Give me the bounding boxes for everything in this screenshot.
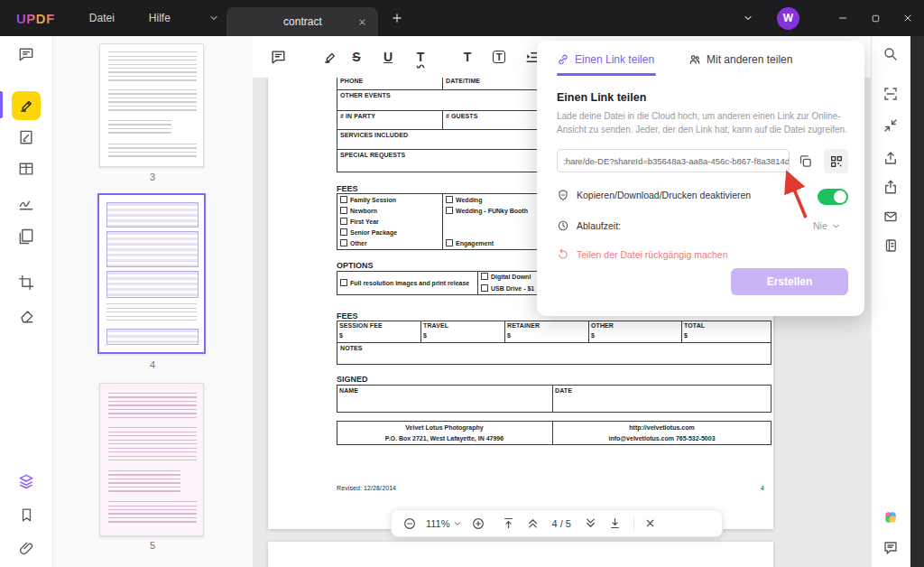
thumb-label-5: 5 (52, 540, 253, 551)
tab-share-link[interactable]: Einen Link teilen (557, 53, 654, 66)
compress-icon[interactable] (881, 116, 901, 135)
comment-tool-button[interactable] (15, 43, 37, 65)
checkbox (446, 196, 453, 203)
special-requests-label: SPECIAL REQUESTS (340, 152, 405, 158)
layers-button[interactable] (15, 470, 37, 492)
thumb-text-lines (106, 303, 197, 323)
thumbnail-page-3[interactable] (99, 43, 204, 167)
col-header: TRAVEL (423, 322, 448, 329)
fill-sign-tool-button[interactable] (15, 126, 37, 148)
popup-description: Lade deine Datei in die Cloud hoch, um a… (557, 109, 847, 136)
organize-tool-button[interactable] (15, 158, 37, 180)
eraser-tool-button[interactable] (15, 305, 37, 327)
titlebar-right-cluster: W (743, 0, 924, 36)
pages-tool-button[interactable] (15, 226, 37, 247)
thumb-label-3: 3 (52, 172, 253, 182)
revoke-share-link[interactable]: Teilen der Datei rückgängig machen (557, 248, 728, 261)
export-icon[interactable] (881, 148, 901, 168)
zoom-in-button[interactable] (471, 516, 485, 531)
share-icon[interactable] (881, 177, 901, 197)
highlighter-icon[interactable] (319, 46, 340, 68)
copy-link-button[interactable] (796, 152, 814, 170)
page-indicator[interactable]: 4 / 5 (552, 518, 571, 529)
company-block: Velvet Lotus Photography P.O. Box 2721, … (337, 423, 552, 444)
squiggly-underline-icon[interactable]: T (410, 46, 431, 68)
divider (681, 321, 682, 343)
zoom-chevron-icon[interactable] (453, 519, 462, 528)
attachment-button[interactable] (15, 537, 37, 559)
qr-code-button[interactable] (824, 149, 848, 173)
option-label: Full resolution images and print release (350, 280, 469, 286)
checkbox (446, 239, 453, 246)
revised-date: Revised: 12/28/2014 (337, 485, 396, 491)
thumb-text-lines (108, 89, 197, 113)
undo-icon (557, 248, 569, 261)
company-name: Velvet Lotus Photography (337, 423, 552, 433)
signature-tool-button[interactable] (15, 192, 37, 214)
menu-hilfe[interactable]: Hilfe (149, 12, 171, 24)
go-first-page-button[interactable] (502, 516, 515, 530)
new-tab-button[interactable] (391, 12, 403, 24)
zoom-out-button[interactable] (402, 516, 417, 531)
window-close-button[interactable] (892, 0, 924, 36)
ocr-icon[interactable] (881, 84, 901, 104)
go-last-page-button[interactable] (608, 516, 622, 530)
notes-row: NOTES (337, 342, 772, 365)
checkbox (340, 196, 347, 203)
notebook-icon[interactable] (881, 236, 901, 256)
crop-tool-button[interactable] (15, 272, 37, 293)
col-header: OTHER (591, 322, 614, 329)
thumbnail-page-5[interactable] (99, 383, 204, 536)
tab-list-chevron-icon[interactable] (208, 13, 219, 23)
checkbox (340, 207, 347, 214)
cell-value: $ (423, 332, 427, 339)
underline-icon[interactable]: U (377, 46, 399, 68)
tab-close-icon[interactable] (357, 17, 367, 27)
share-link-input[interactable]: :hare/de-DE?shareId=b35648a3-aa8a-456c-b… (557, 149, 790, 172)
titlebar: UPDF Datei Hilfe contract W (0, 0, 924, 36)
document-tab[interactable]: contract (226, 7, 378, 36)
contact-block: http://velvetlotus.com info@velvetlotus.… (552, 423, 772, 444)
divider (504, 321, 505, 343)
titlebar-chevron-icon[interactable] (743, 13, 753, 23)
text-comment-icon[interactable]: T (457, 46, 478, 68)
pdf-page-5-partial[interactable] (268, 542, 773, 567)
tab-share-link-label: Einen Link teilen (575, 53, 654, 66)
zoom-level[interactable]: 111% (426, 518, 450, 529)
active-tab-underline (557, 73, 656, 76)
expiry-select[interactable]: Nie (813, 220, 841, 231)
maximize-button[interactable] (859, 0, 892, 36)
comment-note-icon[interactable] (267, 46, 289, 68)
thumb-text-lines (108, 51, 197, 82)
text-box-icon[interactable]: T (488, 46, 510, 68)
fee-option: Engagement (456, 240, 494, 246)
menu-datei[interactable]: Datei (89, 12, 115, 24)
fee-option: First Year (350, 218, 379, 225)
close-bar-button[interactable] (644, 517, 656, 529)
create-button[interactable]: Erstellen (731, 268, 848, 295)
restrict-toggle-on[interactable] (818, 189, 848, 205)
left-tool-rail (0, 36, 53, 567)
user-avatar[interactable]: W (777, 7, 799, 30)
bookmark-button[interactable] (15, 504, 37, 525)
fees-amount-table (337, 321, 772, 343)
notes-label: NOTES (340, 345, 363, 351)
highlight-tool-button-active[interactable] (12, 91, 41, 120)
next-page-button[interactable] (584, 516, 597, 530)
guests-label: # GUESTS (446, 113, 477, 119)
restrict-row: Kopieren/Download/Drucken deaktivieren (557, 189, 751, 201)
minimize-button[interactable] (827, 0, 859, 36)
signed-table (337, 385, 772, 413)
tab-share-people[interactable]: Mit anderen teilen (688, 53, 792, 66)
fee-option: Wedding - FUNky Booth (456, 208, 528, 214)
previous-page-button[interactable] (526, 516, 540, 530)
people-icon (688, 53, 701, 66)
ai-sticker-icon[interactable] (881, 507, 901, 527)
feedback-chat-icon[interactable] (881, 538, 901, 558)
checkbox (340, 279, 347, 286)
strikethrough-icon[interactable]: S (346, 46, 367, 68)
thumbnail-page-4-selected[interactable] (97, 193, 206, 354)
mail-icon[interactable] (881, 207, 901, 227)
tab-share-people-label: Mit anderen teilen (707, 53, 792, 66)
search-icon[interactable] (881, 44, 901, 64)
